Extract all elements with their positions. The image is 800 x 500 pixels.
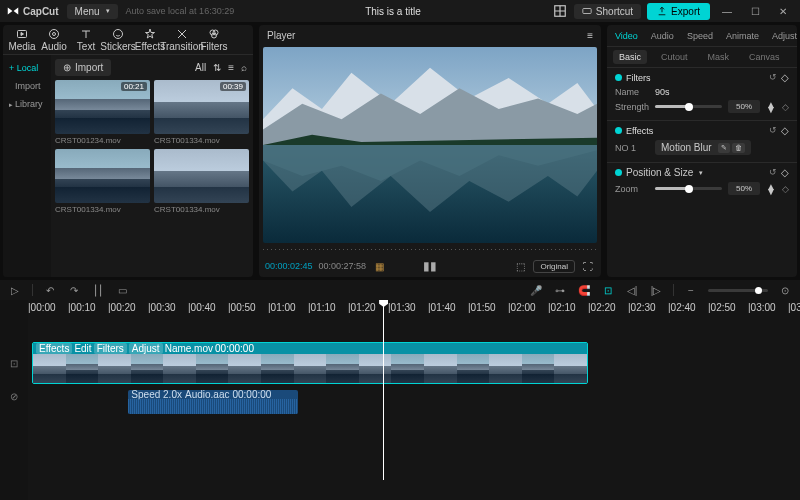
original-button[interactable]: Original xyxy=(533,260,575,273)
sort-icon[interactable]: ⇅ xyxy=(211,62,223,73)
preview-header: Player ≡ xyxy=(259,25,601,45)
play-pause-button[interactable]: ▮▮ xyxy=(423,259,437,273)
media-tab-filters[interactable]: Filters xyxy=(199,26,229,54)
preview-icon[interactable]: ◁| xyxy=(625,283,639,297)
delete-icon[interactable]: 🗑 xyxy=(732,143,745,153)
undo-button[interactable]: ↶ xyxy=(43,283,57,297)
video-track-toggle[interactable]: ⊡ xyxy=(0,342,28,384)
effect-value[interactable]: Motion Blur✎🗑 xyxy=(655,140,751,155)
preview-viewport[interactable] xyxy=(263,47,597,243)
media-tab-stickers[interactable]: Stickers xyxy=(103,26,133,54)
minimize-button[interactable]: — xyxy=(716,6,738,17)
magnet-icon[interactable]: 🧲 xyxy=(577,283,591,297)
keyframe-icon[interactable]: ◇ xyxy=(781,167,789,178)
subtab-basic[interactable]: Basic xyxy=(613,50,647,64)
view-all[interactable]: All xyxy=(193,62,208,73)
subtab-cutout[interactable]: Cutout xyxy=(655,50,694,64)
audio-icon xyxy=(48,28,60,40)
strength-slider[interactable] xyxy=(655,105,722,108)
maximize-button[interactable]: ☐ xyxy=(744,6,766,17)
sidebar-local[interactable]: Local xyxy=(3,59,51,77)
zoom-fit-icon[interactable]: ⊙ xyxy=(778,283,792,297)
subtab-canvas[interactable]: Canvas xyxy=(743,50,786,64)
effects-title[interactable]: Effects xyxy=(615,126,653,136)
svg-point-5 xyxy=(114,29,123,38)
effects-section: Effects ↺◇ NO 1 Motion Blur✎🗑 xyxy=(607,120,797,162)
list-view-icon[interactable]: ≡ xyxy=(226,62,236,73)
compare-icon[interactable]: ⬚ xyxy=(513,259,527,273)
sidebar-library[interactable]: Library xyxy=(3,95,51,113)
import-button[interactable]: ⊕Import xyxy=(55,59,111,76)
reset-icon[interactable]: ↺ xyxy=(769,125,777,136)
project-title[interactable]: This is a title xyxy=(242,6,544,17)
preview2-icon[interactable]: |▷ xyxy=(649,283,663,297)
reset-icon[interactable]: ↺ xyxy=(769,72,777,83)
media-tab-transition[interactable]: Transition xyxy=(167,26,197,54)
clip-duration: 00:39 xyxy=(220,82,246,91)
video-clip[interactable]: Effects Edit Filters Adjust Name.mov 00:… xyxy=(32,342,588,384)
reset-icon[interactable]: ◇ xyxy=(782,184,789,194)
selection-tool[interactable]: ▷ xyxy=(8,283,22,297)
preview-ruler[interactable] xyxy=(263,245,597,255)
subtab-mask[interactable]: Mask xyxy=(702,50,736,64)
layout-icon[interactable] xyxy=(552,3,568,19)
export-button[interactable]: Export xyxy=(647,3,710,20)
edit-icon[interactable]: ✎ xyxy=(718,143,730,153)
zoom-out-icon[interactable]: − xyxy=(684,283,698,297)
clip-name: Name.mov xyxy=(165,343,213,354)
audio-clip[interactable]: Speed 2.0x Audio.aac 00:00:00 xyxy=(128,390,298,414)
grid-icon[interactable]: ▦ xyxy=(372,259,386,273)
media-tab-audio[interactable]: Audio xyxy=(39,26,69,54)
mic-icon[interactable]: 🎤 xyxy=(529,283,543,297)
keyframe-icon[interactable]: ◇ xyxy=(781,72,789,83)
fullscreen-icon[interactable]: ⛶ xyxy=(581,259,595,273)
props-tab-animate[interactable]: Animate xyxy=(720,28,765,44)
split-tool[interactable]: ⎮⎮ xyxy=(91,283,105,297)
props-tab-audio[interactable]: Audio xyxy=(645,28,680,44)
preview-menu-icon[interactable]: ≡ xyxy=(587,30,593,41)
link-icon[interactable]: ⊶ xyxy=(553,283,567,297)
redo-button[interactable]: ↷ xyxy=(67,283,81,297)
keyframe-icon[interactable]: ◇ xyxy=(781,125,789,136)
filters-title[interactable]: Filters xyxy=(615,73,651,83)
media-clip[interactable]: 00:21CRST001234.mov xyxy=(55,80,150,145)
import-icon: ⊕ xyxy=(63,62,71,73)
position-title[interactable]: Position & Size▾ xyxy=(615,167,703,178)
snap-icon[interactable]: ⊡ xyxy=(601,283,615,297)
media-tab-text[interactable]: Text xyxy=(71,26,101,54)
strength-value[interactable]: 50% xyxy=(728,100,760,113)
props-tab-speed[interactable]: Speed xyxy=(681,28,719,44)
timeline-zoom-slider[interactable] xyxy=(708,289,768,292)
zoom-slider[interactable] xyxy=(655,187,722,190)
reset-icon[interactable]: ↺ xyxy=(769,167,777,178)
preview-panel: Player ≡ 00:00:02:45 00:00:27:58 ▦ xyxy=(259,25,601,277)
close-button[interactable]: ✕ xyxy=(772,6,794,17)
media-panel: Media Audio Text Stickers Effects Transi… xyxy=(3,25,253,277)
menu-button[interactable]: Menu▾ xyxy=(67,4,118,19)
timeline-tracks: Effects Edit Filters Adjust Name.mov 00:… xyxy=(28,342,800,414)
delete-tool[interactable]: ▭ xyxy=(115,283,129,297)
clip-thumbnail: 00:21 xyxy=(55,80,150,134)
playhead[interactable] xyxy=(383,300,384,480)
shortcut-button[interactable]: Shortcut xyxy=(574,4,641,19)
timeline: ⊡ ⊘ |00:00|00:10|00:20|00:30|00:40|00:50… xyxy=(0,300,800,500)
props-tab-adjust[interactable]: Adjust xyxy=(766,28,797,44)
search-icon[interactable]: ⌕ xyxy=(239,62,249,73)
props-tab-video[interactable]: Video xyxy=(609,28,644,44)
media-clip[interactable]: 00:39CRST001334.mov xyxy=(154,80,249,145)
timeline-body[interactable]: |00:00|00:10|00:20|00:30|00:40|00:50|01:… xyxy=(28,300,800,500)
zoom-spinner[interactable]: ▲▼ xyxy=(766,184,776,194)
reset-icon[interactable]: ◇ xyxy=(782,102,789,112)
media-clip[interactable]: CRST001334.mov xyxy=(55,149,150,214)
media-tab-media[interactable]: Media xyxy=(7,26,37,54)
audio-track-toggle[interactable]: ⊘ xyxy=(0,384,28,408)
props-tabs: Video Audio Speed Animate Adjust xyxy=(607,25,797,47)
timeline-toolbar: ▷ ↶ ↷ ⎮⎮ ▭ 🎤 ⊶ 🧲 ⊡ ◁| |▷ − ⊙ xyxy=(0,280,800,300)
media-clip[interactable]: CRST001334.mov xyxy=(154,149,249,214)
keyboard-icon xyxy=(582,6,592,16)
sidebar-import[interactable]: Import xyxy=(3,77,51,95)
audio-waveform xyxy=(128,399,298,414)
strength-spinner[interactable]: ▲▼ xyxy=(766,102,776,112)
timeline-ruler[interactable]: |00:00|00:10|00:20|00:30|00:40|00:50|01:… xyxy=(28,300,800,314)
zoom-value[interactable]: 50% xyxy=(728,182,760,195)
